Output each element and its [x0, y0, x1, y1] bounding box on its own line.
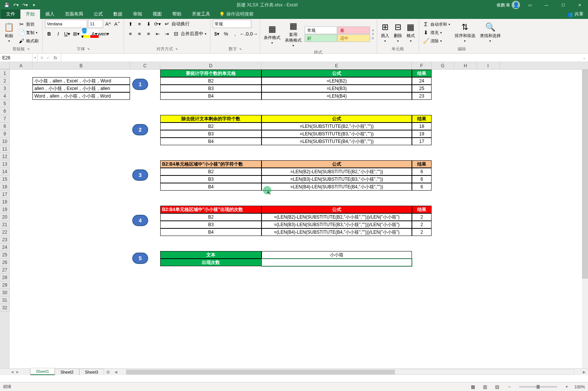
ribbon: 📋 粘贴 ▾ ✂剪切 📄复制▾ 🖌格式刷 剪贴板⬊ Verdana 11 A^ …: [0, 19, 588, 54]
align-top-icon[interactable]: ⬆: [126, 20, 135, 28]
accept-formula-icon[interactable]: ✓: [46, 55, 50, 61]
insert-cells-button[interactable]: ⊞插入▾: [379, 21, 391, 44]
align-left-icon[interactable]: ≡: [126, 29, 135, 38]
account-name[interactable]: 俊鹏 蒋 👤: [497, 1, 520, 9]
orientation-icon[interactable]: ⟳▾: [153, 20, 162, 28]
tab-help[interactable]: 帮助: [167, 9, 187, 19]
tab-formulas[interactable]: 公式: [88, 9, 108, 19]
redo-icon[interactable]: ↷▾: [21, 1, 29, 9]
conditional-format-button[interactable]: ▦条件格式▾: [262, 23, 282, 46]
autosum-button[interactable]: Σ自动求和▾: [421, 20, 452, 28]
qat-customize-icon[interactable]: ▾: [30, 1, 38, 9]
tab-insert[interactable]: 插入: [40, 9, 60, 19]
table-icon: ▦: [289, 21, 297, 31]
font-launcher-icon[interactable]: ⬊: [87, 47, 90, 51]
number-label: 数字: [229, 46, 237, 52]
tab-dev[interactable]: 开发工具: [187, 9, 215, 19]
window-title: 新建 XLSX 工作表.xlsx - Excel: [38, 2, 497, 8]
cell-style-neutral[interactable]: 适中: [337, 34, 370, 42]
group-font: Verdana 11 A^ A˅ B I U▾ ⊞▾ 🪣▾ A▾ wen▾ 字体…: [43, 19, 124, 53]
title-bar: 💾 ↶▾ ↷▾ ▾ 新建 XLSX 工作表.xlsx - Excel 俊鹏 蒋 …: [0, 0, 588, 10]
currency-icon[interactable]: $▾: [213, 29, 221, 38]
font-size-select[interactable]: 11: [88, 20, 103, 28]
sigma-icon: Σ: [423, 21, 429, 27]
find-select-button[interactable]: 🔍查找和选择▾: [478, 21, 502, 44]
table-format-button[interactable]: ▦套用 表格格式▾: [283, 20, 303, 49]
tab-file[interactable]: 文件: [1, 9, 20, 19]
merge-button[interactable]: ⊟合并后居中▾: [172, 29, 208, 38]
avatar-icon: 👤: [512, 1, 520, 9]
fill-color-button[interactable]: 🪣▾: [81, 29, 90, 38]
number-format-select[interactable]: 常规: [213, 20, 251, 28]
tab-view[interactable]: 视图: [147, 9, 167, 19]
cells-label: 单元格: [391, 46, 404, 52]
tab-home[interactable]: 开始: [20, 9, 40, 19]
group-alignment: ⬆ ≡ ⬇ ⟳▾ ↵自动换行 ≡ ≡ ≡ ⇤ ⇥ ⊟合并后居中▾ 对齐方式⬊: [124, 19, 210, 53]
number-launcher-icon[interactable]: ⬊: [239, 47, 242, 51]
align-middle-icon[interactable]: ≡: [135, 20, 144, 28]
font-name-select[interactable]: Verdana: [45, 20, 87, 28]
sort-filter-button[interactable]: ⇅排序和筛选▾: [453, 21, 477, 44]
formula-input[interactable]: [61, 54, 580, 62]
format-painter-button[interactable]: 🖌格式刷: [17, 37, 40, 45]
cell-style-good[interactable]: 好: [305, 34, 337, 42]
paste-button[interactable]: 📋 粘贴 ▾: [2, 21, 15, 44]
save-icon[interactable]: 💾: [3, 1, 11, 9]
formula-expand-icon[interactable]: ⌄: [580, 54, 588, 62]
cut-button[interactable]: ✂剪切: [17, 20, 40, 28]
brush-icon: 🖌: [19, 38, 25, 44]
decrease-indent-icon[interactable]: ⇤: [153, 29, 162, 38]
tab-review[interactable]: 审阅: [128, 9, 147, 19]
group-styles: ▦条件格式▾ ▦套用 表格格式▾ 常规 差 好 适中 ▲ ▼ ⊟ 样式: [260, 19, 377, 53]
italic-button[interactable]: I: [54, 29, 62, 38]
align-bottom-icon[interactable]: ⬇: [144, 20, 153, 28]
undo-icon[interactable]: ↶▾: [12, 1, 20, 9]
cell-style-bad[interactable]: 差: [337, 26, 370, 34]
bold-button[interactable]: B: [45, 29, 53, 38]
maximize-icon[interactable]: ☐: [556, 0, 570, 10]
font-label: 字体: [77, 46, 85, 52]
fill-button[interactable]: ⬇填充▾: [421, 29, 452, 36]
insert-icon: ⊞: [382, 22, 388, 32]
styles-scroll-down-icon[interactable]: ▼: [371, 33, 374, 36]
align-center-icon[interactable]: ≡: [135, 29, 144, 38]
tab-data[interactable]: 数据: [108, 9, 128, 19]
copy-button[interactable]: 📄复制▾: [17, 29, 40, 36]
decrease-font-icon[interactable]: A˅: [113, 20, 121, 28]
close-icon[interactable]: ✕: [573, 0, 586, 10]
fill-down-icon: ⬇: [423, 29, 429, 36]
increase-decimal-icon[interactable]: ←.0: [240, 29, 248, 38]
styles-scroll-up-icon[interactable]: ▲: [371, 28, 374, 32]
format-icon: ▦: [407, 22, 415, 32]
increase-indent-icon[interactable]: ⇥: [162, 29, 171, 38]
clipboard-launcher-icon[interactable]: ⬊: [27, 47, 30, 51]
tab-layout[interactable]: 页面布局: [60, 9, 88, 19]
clipboard-icon: 📋: [4, 22, 14, 32]
comma-icon[interactable]: ,: [231, 29, 239, 38]
align-launcher-icon[interactable]: ⬊: [175, 47, 178, 51]
minimize-icon[interactable]: —: [540, 0, 553, 10]
fx-icon[interactable]: fx: [52, 55, 59, 61]
decrease-decimal-icon[interactable]: .0→: [249, 29, 257, 38]
cell-style-normal[interactable]: 常规: [305, 26, 337, 34]
align-right-icon[interactable]: ≡: [144, 29, 153, 38]
lightbulb-icon: 💡: [219, 12, 225, 17]
increase-font-icon[interactable]: A^: [104, 20, 112, 28]
format-cells-button[interactable]: ▦格式▾: [405, 21, 416, 44]
tell-me-search[interactable]: 💡 操作说明搜索: [215, 9, 257, 19]
name-box-dropdown-icon[interactable]: ▾: [32, 54, 38, 62]
border-button[interactable]: ⊞▾: [72, 29, 80, 38]
name-box[interactable]: E26: [0, 54, 32, 62]
phonetic-button[interactable]: wen▾: [99, 29, 108, 38]
group-cells: ⊞插入▾ ⊟删除▾ ▦格式▾ 单元格: [377, 19, 419, 53]
cancel-formula-icon[interactable]: ✕: [40, 55, 44, 61]
wrap-text-button[interactable]: ↵自动换行: [162, 20, 191, 28]
underline-button[interactable]: U▾: [63, 29, 71, 38]
share-button[interactable]: 👥 共享: [563, 9, 588, 19]
eraser-icon: 🧹: [423, 38, 429, 44]
styles-more-icon[interactable]: ⊟: [371, 37, 374, 40]
percent-icon[interactable]: %: [222, 29, 230, 38]
ribbon-display-icon[interactable]: ▭: [523, 0, 537, 10]
clear-button[interactable]: 🧹清除▾: [421, 37, 452, 45]
delete-cells-button[interactable]: ⊟删除▾: [392, 21, 404, 44]
